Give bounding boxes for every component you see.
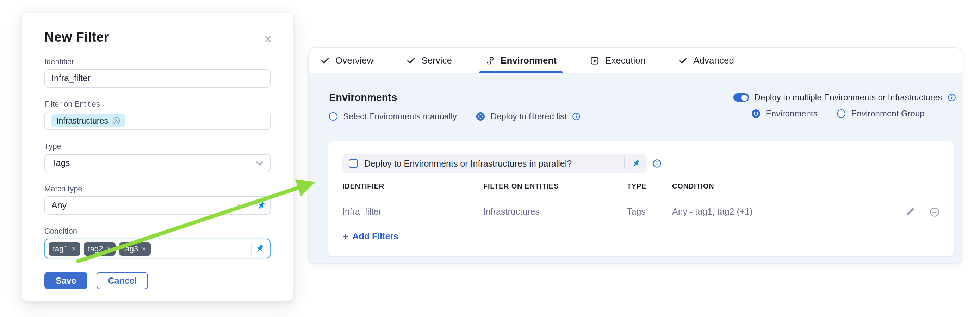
modal-title: New Filter: [45, 30, 270, 45]
new-filter-modal: New Filter × Identifier Filter on Entiti…: [21, 12, 294, 301]
radio-label: Environments: [766, 109, 818, 118]
identifier-field-group: Identifier: [45, 57, 270, 88]
condition-tag-label: tag2: [88, 244, 103, 253]
tag-remove-icon[interactable]: ×: [72, 244, 76, 253]
entities-label: Filter on Entities: [45, 99, 270, 108]
filters-table-header: IDENTIFIER FILTER ON ENTITIES TYPE CONDI…: [342, 182, 940, 190]
save-button[interactable]: Save: [45, 272, 88, 290]
stage-config-panel: Overview Service Environment: [308, 47, 963, 264]
tab-label: Service: [421, 55, 452, 66]
radio-deploy-filtered[interactable]: Deploy to filtered list: [477, 112, 581, 122]
tag-remove-icon[interactable]: ×: [142, 244, 146, 253]
environment-mode-radios: Select Environments manually Deploy to f…: [329, 112, 581, 122]
parallel-label: Deploy to Environments or Infrastructure…: [364, 158, 572, 168]
cell-filter-on-entities: Infrastructures: [483, 207, 627, 217]
entities-field-group: Filter on Entities Infrastructures: [45, 99, 270, 130]
tab-label: Environment: [501, 55, 557, 66]
deploy-multiple-label: Deploy to multiple Environments or Infra…: [754, 93, 942, 102]
identifier-label: Identifier: [45, 57, 270, 66]
condition-tag: tag3 ×: [119, 242, 150, 255]
tag-remove-icon[interactable]: ×: [107, 244, 111, 253]
chevron-down-icon: [237, 203, 245, 208]
radio-select-manually[interactable]: Select Environments manually: [329, 112, 457, 122]
condition-tag: tag1 ×: [49, 242, 80, 255]
radio-label: Deploy to filtered list: [491, 112, 567, 122]
tab-service[interactable]: Service: [404, 48, 454, 73]
add-filters-label: Add Filters: [352, 232, 398, 242]
tab-overview[interactable]: Overview: [318, 48, 375, 73]
radio-icon: [837, 109, 846, 118]
check-icon: [321, 56, 330, 65]
remove-minus-circle-icon[interactable]: [929, 207, 940, 217]
info-icon[interactable]: [948, 93, 956, 102]
entities-input[interactable]: Infrastructures: [45, 112, 270, 130]
type-field-group: Type Tags: [45, 142, 270, 172]
screenshot-root: New Filter × Identifier Filter on Entiti…: [0, 0, 980, 317]
condition-tag-label: tag1: [53, 244, 68, 253]
close-icon[interactable]: ×: [261, 32, 275, 46]
toggle-on[interactable]: [733, 93, 749, 102]
condition-field-group: Condition tag1 × tag2 × tag3 ×: [45, 227, 270, 258]
filter-table-row: Infra_filter Infrastructures Tags Any - …: [342, 199, 940, 224]
radio-label: Select Environments manually: [343, 112, 457, 122]
tab-environment[interactable]: Environment: [483, 48, 559, 73]
radio-environments[interactable]: Environments: [752, 109, 818, 118]
add-filters-button[interactable]: + Add Filters: [342, 232, 398, 242]
entity-chip: Infrastructures: [51, 114, 125, 127]
condition-tags-input[interactable]: tag1 × tag2 × tag3 ×: [45, 239, 270, 258]
tab-execution[interactable]: Execution: [587, 48, 648, 73]
text-caret: [155, 243, 156, 254]
modal-button-row: Save Cancel: [45, 272, 270, 290]
chip-remove-icon[interactable]: [112, 117, 120, 125]
condition-tag: tag2 ×: [84, 242, 116, 255]
condition-pin-button[interactable]: [255, 244, 264, 253]
edit-pencil-icon[interactable]: [905, 207, 915, 217]
parallel-pin-button[interactable]: [631, 159, 640, 168]
environments-heading: Environments: [329, 92, 397, 103]
execution-icon: [590, 55, 600, 65]
cell-condition: Any - tag1, tag2 (+1): [672, 207, 895, 217]
condition-label: Condition: [45, 227, 270, 235]
parallel-checkbox[interactable]: [349, 159, 358, 168]
match-type-pin-button[interactable]: [252, 196, 270, 215]
entity-chip-label: Infrastructures: [56, 117, 108, 125]
multi-env-cluster: Deploy to multiple Environments or Infra…: [733, 93, 956, 118]
cell-type: Tags: [627, 207, 672, 217]
environments-icon: [485, 55, 495, 65]
condition-tag-label: tag3: [123, 244, 138, 253]
radio-environment-group[interactable]: Environment Group: [837, 109, 925, 118]
radio-icon: [752, 109, 760, 118]
cancel-button[interactable]: Cancel: [97, 272, 148, 290]
check-icon: [678, 56, 687, 65]
info-icon[interactable]: [652, 159, 662, 168]
radio-label: Environment Group: [851, 109, 925, 118]
identifier-input[interactable]: [45, 69, 270, 88]
pin-icon: [256, 201, 266, 210]
stage-tabbar: Overview Service Environment: [308, 47, 963, 74]
match-type-select[interactable]: Any: [45, 196, 252, 215]
plus-icon: +: [342, 232, 348, 241]
env-or-group-radios: Environments Environment Group: [752, 109, 925, 118]
filters-card: Deploy to Environments or Infrastructure…: [328, 141, 954, 256]
radio-icon: [477, 112, 485, 121]
col-filter-on-entities: FILTER ON ENTITIES: [483, 182, 627, 190]
tab-label: Overview: [336, 55, 374, 66]
deploy-multiple-toggle-row: Deploy to multiple Environments or Infra…: [733, 93, 956, 102]
type-select-value: Tags: [51, 158, 70, 168]
type-label: Type: [45, 142, 270, 150]
type-select[interactable]: Tags: [45, 154, 270, 172]
col-condition: CONDITION: [672, 182, 895, 190]
parallel-deploy-bar: Deploy to Environments or Infrastructure…: [342, 154, 647, 173]
info-icon[interactable]: [573, 112, 581, 121]
tab-advanced[interactable]: Advanced: [676, 48, 736, 73]
chevron-down-icon: [256, 161, 264, 166]
match-type-label: Match type: [45, 184, 270, 193]
divider: [251, 243, 251, 255]
col-type: TYPE: [627, 182, 672, 190]
match-type-select-value: Any: [51, 200, 67, 210]
radio-icon: [329, 112, 337, 121]
match-type-field-group: Match type Any: [45, 184, 270, 215]
col-identifier: IDENTIFIER: [342, 182, 483, 190]
environment-tab-content: Environments Select Environments manuall…: [308, 74, 963, 264]
cell-identifier: Infra_filter: [342, 207, 483, 217]
